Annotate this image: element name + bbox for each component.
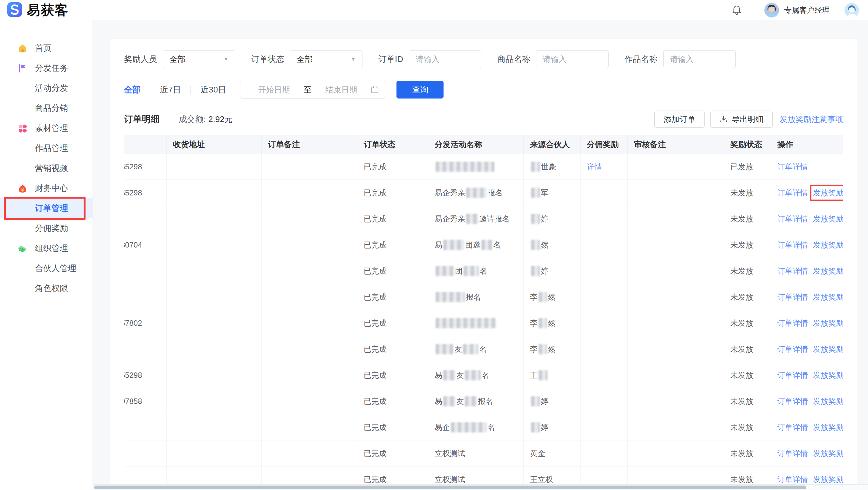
grant-reward-link[interactable]: 发放奖励 <box>813 292 843 302</box>
order-detail-link[interactable]: 订单详情 <box>777 448 808 459</box>
reward-status-cell: 未发放 <box>724 440 771 466</box>
range-全部[interactable]: 全部 <box>124 84 141 95</box>
blurred-text <box>436 162 494 172</box>
商品名称-input[interactable] <box>536 50 609 68</box>
filter-group-订单状态: 订单状态全部▼ <box>251 50 363 68</box>
date-range-picker[interactable]: 开始日期 至 结束日期 <box>240 81 385 99</box>
sidebar-item-商品分销[interactable]: 商品分销 <box>0 98 93 118</box>
order-id-cell <box>124 336 166 362</box>
sidebar-item-组织管理[interactable]: 组织管理 <box>0 238 93 258</box>
no-icon <box>18 284 27 293</box>
commission-cell <box>581 180 628 206</box>
range-近30日[interactable]: 近30日 <box>200 84 226 95</box>
table-row: 55298已完成世豪详情已发放订单详情 <box>124 154 843 180</box>
order-detail-link[interactable]: 订单详情 <box>777 318 808 328</box>
grant-reward-link[interactable]: 发放奖励 <box>813 266 843 276</box>
grant-reward-link[interactable]: 发放奖励 <box>813 370 843 380</box>
status-cell: 已完成 <box>358 336 428 362</box>
order-detail-link[interactable]: 订单详情 <box>777 396 808 406</box>
status-cell: 已完成 <box>358 414 428 440</box>
order-detail-link[interactable]: 订单详情 <box>777 188 808 198</box>
range-近7日[interactable]: 近7日 <box>160 84 181 95</box>
grant-reward-link[interactable]: 发放奖励 <box>813 214 843 224</box>
blurred-text <box>465 396 477 406</box>
order-detail-link[interactable]: 订单详情 <box>777 266 808 276</box>
grant-reward-link[interactable]: 发放奖励 <box>813 344 843 354</box>
note-cell <box>262 414 358 440</box>
filter-row-date: 全部近7日近30日 开始日期 至 结束日期 查询 <box>124 81 843 99</box>
quick-ranges: 全部近7日近30日 <box>124 84 226 95</box>
order-detail-link[interactable]: 订单详情 <box>777 475 808 485</box>
sidebar-item-label: 作品管理 <box>35 143 68 154</box>
partner-cell: 婷 <box>524 414 581 440</box>
toolbar-row: 订单明细 成交额:2.92元 添加订单 导出明细 发放奖励注意事项 <box>124 110 843 128</box>
作品名称-input[interactable] <box>663 50 736 68</box>
order-detail-link[interactable]: 订单详情 <box>777 370 808 380</box>
blurred-text <box>466 188 487 198</box>
sidebar-item-作品管理[interactable]: 作品管理 <box>0 138 93 158</box>
order-detail-link[interactable]: 订单详情 <box>777 292 808 302</box>
download-icon <box>719 115 728 123</box>
start-date-input[interactable]: 开始日期 <box>246 85 302 95</box>
add-order-button[interactable]: 添加订单 <box>654 110 705 128</box>
manager-avatar[interactable] <box>764 3 779 18</box>
commission-detail-link[interactable]: 详情 <box>587 162 602 172</box>
blurred-text <box>538 344 547 354</box>
order-detail-link[interactable]: 订单详情 <box>777 422 808 432</box>
user-avatar[interactable] <box>844 3 859 18</box>
grant-reward-link[interactable]: 发放奖励 <box>813 396 843 406</box>
search-button[interactable]: 查询 <box>397 81 443 99</box>
grant-reward-link[interactable]: 发放奖励 <box>813 475 843 485</box>
header-cell: 审核备注 <box>628 135 724 154</box>
partner-cell: 军 <box>524 180 581 206</box>
notification-bell-icon[interactable] <box>731 5 742 15</box>
activity-cell: 友名 <box>428 336 524 362</box>
blurred-text <box>531 266 540 276</box>
sidebar-item-活动分发[interactable]: 活动分发 <box>0 78 93 98</box>
order-detail-link[interactable]: 订单详情 <box>777 162 808 172</box>
grant-reward-link[interactable]: 发放奖励 <box>813 422 843 432</box>
horizontal-scrollbar[interactable] <box>93 484 868 490</box>
deal-amount-value: 2.92元 <box>208 115 233 124</box>
grant-reward-link[interactable]: 发放奖励 <box>813 240 843 250</box>
sidebar-item-合伙人管理[interactable]: 合伙人管理 <box>0 258 93 279</box>
export-button[interactable]: 导出明细 <box>710 110 773 128</box>
activity-cell: 易团邀名 <box>428 232 524 258</box>
grant-reward-link[interactable]: 发放奖励 <box>813 448 843 459</box>
activity-cell: 易友名 <box>428 362 524 388</box>
订单状态-select[interactable]: 全部▼ <box>290 50 363 68</box>
sidebar-item-分发任务[interactable]: 分发任务 <box>0 58 93 78</box>
cell-text: 立权测试 <box>435 475 465 485</box>
blurred-text <box>465 370 481 380</box>
grant-reward-link[interactable]: 发放奖励 <box>813 188 843 198</box>
review-cell <box>628 336 724 362</box>
sidebar-item-素材管理[interactable]: 素材管理 <box>0 118 93 138</box>
activity-cell: 易友报名 <box>428 388 524 414</box>
cell-text: 友 <box>456 396 464 406</box>
scrollbar-thumb[interactable] <box>94 486 806 489</box>
sidebar-item-首页[interactable]: 首页 <box>0 38 93 58</box>
activity-cell: 团名 <box>428 258 524 284</box>
sidebar-item-角色权限[interactable]: 角色权限 <box>0 279 93 298</box>
order-detail-link[interactable]: 订单详情 <box>777 240 808 250</box>
sidebar-item-订单管理[interactable]: 订单管理 <box>0 198 93 218</box>
奖励人员-select[interactable]: 全部▼ <box>163 50 235 68</box>
sidebar-item-分佣奖励[interactable]: 分佣奖励 <box>0 218 93 238</box>
blurred-text <box>466 214 478 224</box>
cell-text: 军 <box>541 188 549 198</box>
order-detail-link[interactable]: 订单详情 <box>777 344 808 354</box>
end-date-input[interactable]: 结束日期 <box>313 85 369 95</box>
订单ID-input[interactable] <box>409 50 482 68</box>
order-id: 57802 <box>124 319 142 328</box>
cell-text: 李 <box>530 344 538 354</box>
sidebar-item-财务中心[interactable]: 财务中心 <box>0 178 93 198</box>
blurred-text <box>451 422 487 432</box>
order-detail-link[interactable]: 订单详情 <box>777 214 808 224</box>
reward-status-cell: 未发放 <box>724 232 771 258</box>
grant-reward-link[interactable]: 发放奖励 <box>813 318 843 328</box>
cell-text: 邀请报名 <box>479 214 510 224</box>
sidebar-item-营销视频[interactable]: 营销视频 <box>0 158 93 178</box>
partner-cell: 婷 <box>524 258 581 284</box>
reward-notice-link[interactable]: 发放奖励注意事项 <box>780 114 843 125</box>
cell-text: 易 <box>435 370 442 380</box>
